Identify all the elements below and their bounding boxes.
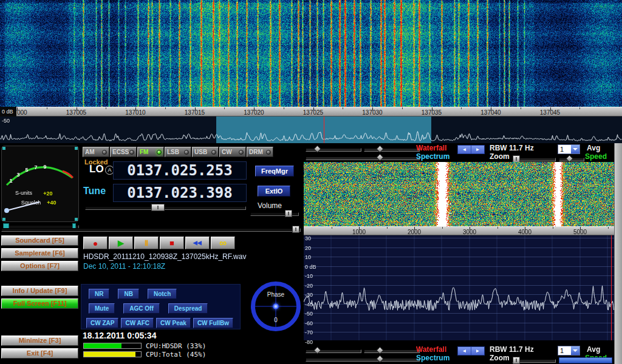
scale-minor-tick bbox=[343, 107, 343, 109]
stop-button[interactable]: ■ bbox=[160, 237, 184, 249]
db-label: 10 bbox=[305, 254, 311, 260]
mode-label: ECSS bbox=[112, 149, 129, 155]
tune-label: Tune bbox=[83, 186, 106, 197]
audio-frequency-scale[interactable]: 10002000300040005000 bbox=[304, 226, 614, 235]
volume-slider[interactable] bbox=[250, 212, 299, 216]
waterfall-upper-level-slider[interactable] bbox=[306, 349, 361, 353]
speed-slider[interactable] bbox=[559, 357, 612, 363]
sidebar-button-info-update[interactable]: Info / Update [F9] bbox=[1, 286, 78, 296]
freqmgr-button[interactable]: FreqMgr bbox=[255, 166, 294, 177]
sidebar-button-soundcard[interactable]: Soundcard [F5] bbox=[1, 235, 78, 246]
loop-button[interactable]: ∞ bbox=[211, 237, 235, 249]
spectrum-level-slider[interactable] bbox=[306, 157, 420, 160]
sidebar-button-samplerate[interactable]: Samplerate [F6] bbox=[1, 248, 78, 258]
sidebar-button-exit[interactable]: Exit [F4] bbox=[1, 348, 78, 359]
dsp-button-nr[interactable]: NR bbox=[89, 289, 109, 299]
shift-right-button[interactable]: ► bbox=[471, 347, 484, 355]
transport-button-row: ●▶Ⅱ■◀◀∞ bbox=[83, 237, 235, 249]
mode-button-am[interactable]: AM bbox=[83, 147, 109, 157]
mode-button-usb[interactable]: USB bbox=[192, 147, 219, 157]
db-top-label: 0 dB bbox=[2, 109, 13, 115]
dsp-button-nb[interactable]: NB bbox=[118, 289, 138, 299]
s-meter[interactable]: 1 3 5 7 9 +20 +40 S-units Squelch bbox=[1, 146, 79, 222]
volume-slider-handle[interactable] bbox=[285, 210, 292, 217]
spectrum-level-slider[interactable] bbox=[306, 358, 420, 362]
audio-spectrum-display[interactable] bbox=[304, 235, 614, 340]
dsp-button-cw-afc[interactable]: CW AFC bbox=[121, 318, 154, 328]
meter-corner-mark bbox=[2, 218, 5, 221]
dsp-button-notch[interactable]: Notch bbox=[148, 289, 177, 299]
meter-corner-mark bbox=[75, 218, 78, 221]
sidebar-button-options[interactable]: Options [F7] bbox=[1, 261, 78, 271]
shift-left-button[interactable]: ◄ bbox=[458, 146, 471, 153]
dropdown-arrow-icon[interactable] bbox=[571, 145, 579, 153]
pause-button[interactable]: Ⅱ bbox=[134, 237, 159, 249]
dropdown-arrow-icon[interactable] bbox=[571, 346, 579, 355]
audio-spectrum-wrap[interactable]: 3020100 dB-10-20-30-40-50-60-70-80 bbox=[304, 235, 614, 340]
phase-label: Phase bbox=[267, 291, 284, 298]
waterfall-lower-level-slider[interactable] bbox=[364, 349, 420, 353]
main-spectrum-display[interactable] bbox=[0, 116, 622, 143]
extio-button[interactable]: ExtIO bbox=[258, 186, 290, 197]
rewind-button[interactable]: ◀◀ bbox=[185, 237, 210, 249]
avg-value: 1 bbox=[558, 346, 571, 355]
dsp-button-cw-fullbw[interactable]: CW FullBw bbox=[193, 318, 233, 328]
svg-text:7: 7 bbox=[34, 164, 37, 170]
zoom-slider-handle[interactable] bbox=[513, 357, 520, 364]
lo-frequency-display[interactable]: 0137.025.253 bbox=[113, 161, 247, 180]
zoom-slider[interactable] bbox=[512, 158, 556, 161]
speed-slider-handle[interactable] bbox=[566, 155, 573, 163]
shift-right-button[interactable]: ► bbox=[471, 146, 484, 153]
slider-handle[interactable] bbox=[376, 153, 384, 161]
zoom-slider[interactable] bbox=[512, 359, 556, 363]
mode-button-ecss[interactable]: ECSS bbox=[110, 147, 137, 157]
panel-splitter-handle[interactable] bbox=[292, 226, 299, 233]
slider-handle[interactable] bbox=[376, 145, 384, 153]
stop-icon: ■ bbox=[169, 239, 174, 247]
waterfall-upper-level-slider[interactable] bbox=[306, 148, 361, 152]
panel-splitter[interactable] bbox=[1, 228, 301, 232]
mode-button-cw[interactable]: CW bbox=[219, 147, 246, 157]
play-icon: ▶ bbox=[118, 239, 124, 247]
main-waterfall-display[interactable] bbox=[0, 0, 622, 107]
avg-dropdown[interactable]: 1 bbox=[558, 346, 580, 356]
s-meter-red-arc bbox=[63, 171, 73, 178]
slider-handle[interactable] bbox=[376, 355, 384, 363]
svg-text:1: 1 bbox=[9, 178, 12, 184]
rewind-icon: ◀◀ bbox=[193, 240, 202, 246]
db-label: 20 bbox=[305, 245, 311, 251]
svg-text:+20: +20 bbox=[43, 190, 52, 197]
frequency-label: 5000 bbox=[573, 229, 587, 235]
mode-led-icon bbox=[157, 150, 162, 155]
play-button[interactable]: ▶ bbox=[109, 237, 133, 249]
rbw-label: RBW 11.7 Hz bbox=[490, 144, 534, 152]
speed-slider[interactable] bbox=[559, 158, 584, 161]
tune-frequency-display[interactable]: 0137.023.398 bbox=[113, 184, 247, 202]
audio-waterfall-display[interactable] bbox=[304, 162, 614, 226]
waterfall-lower-level-slider[interactable] bbox=[364, 148, 420, 152]
tune-slider[interactable] bbox=[85, 206, 246, 210]
sidebar-button-minimize[interactable]: Minimize [F3] bbox=[1, 335, 78, 346]
dsp-button-mute[interactable]: Mute bbox=[89, 303, 115, 314]
tune-slider-handle[interactable] bbox=[151, 204, 165, 211]
waterfall-label: Waterfall bbox=[416, 345, 446, 354]
main-spectrum-wrap[interactable]: -50 bbox=[0, 116, 622, 143]
dsp-button-agc-off[interactable]: AGC Off bbox=[123, 303, 159, 314]
slider-handle[interactable] bbox=[313, 346, 321, 354]
avg-dropdown[interactable]: 1 bbox=[558, 144, 580, 154]
dsp-button-despread[interactable]: Despread bbox=[168, 303, 208, 314]
dsp-button-cw-peak[interactable]: CW Peak bbox=[156, 318, 191, 328]
clock-display: 18.12.2011 0:05:34 bbox=[83, 331, 156, 340]
record-button[interactable]: ● bbox=[83, 237, 108, 249]
mode-button-fm[interactable]: FM bbox=[137, 147, 164, 157]
dsp-button-cw-zap[interactable]: CW ZAP bbox=[86, 318, 118, 328]
mode-button-lsb[interactable]: LSB bbox=[165, 147, 191, 157]
sidebar-button-full-screen[interactable]: Full Screen [F11] bbox=[1, 298, 78, 309]
cpu-bar bbox=[83, 351, 142, 357]
slider-handle[interactable] bbox=[313, 145, 321, 153]
right-scrollbar[interactable] bbox=[614, 143, 622, 364]
mode-button-drm[interactable]: DRM bbox=[247, 147, 273, 157]
shift-left-button[interactable]: ◄ bbox=[458, 347, 471, 355]
slider-handle[interactable] bbox=[376, 346, 384, 354]
main-frequency-scale[interactable]: 1370001370051370101370151370201370251370… bbox=[0, 107, 622, 116]
